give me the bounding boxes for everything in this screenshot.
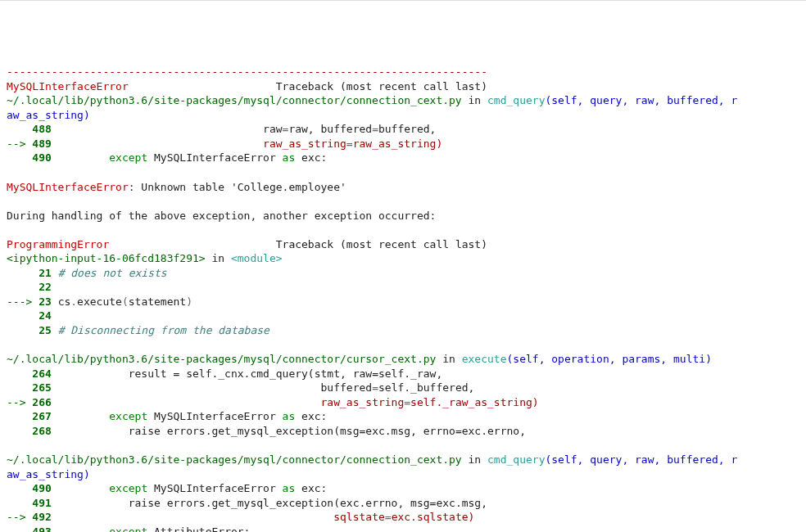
- traceback-label: Traceback (most recent call last): [276, 238, 487, 250]
- kw-as: as: [283, 151, 296, 164]
- func-args-cont: aw_as_string): [7, 468, 90, 480]
- code-text: raw_as_string: [321, 396, 405, 408]
- code-text: exc:: [301, 410, 327, 422]
- kw-as: as: [283, 482, 296, 494]
- func-args: (self, query, raw, buffered, r: [545, 453, 737, 466]
- code-text: exc:: [301, 151, 327, 164]
- lineno: 490: [32, 151, 51, 164]
- file-path: <ipython-input-16-06fcd183f291>: [7, 252, 206, 264]
- code-text: raise errors.get_mysql_exception(msg=exc…: [52, 425, 526, 437]
- kw-except: except: [109, 525, 147, 532]
- lineno: 25: [38, 324, 52, 336]
- lineno: 492: [32, 511, 51, 523]
- code-text: raw: [263, 123, 282, 135]
- lineno: 23: [38, 295, 52, 308]
- func-name: cmd_query: [487, 94, 545, 106]
- traceback-output: ----------------------------------------…: [7, 65, 799, 532]
- traceback-label: Traceback (most recent call last): [276, 80, 487, 92]
- code-text: execute: [77, 295, 122, 308]
- code-text: exc:: [301, 482, 327, 494]
- lineno: 493: [32, 525, 51, 532]
- code-text: self._raw_as_string): [410, 396, 539, 408]
- lineno: 265: [32, 381, 51, 394]
- code-text: raw_as_string: [263, 138, 346, 150]
- during-handling: During handling of the above exception, …: [7, 210, 436, 222]
- code-text: MySQLInterfaceError: [154, 482, 276, 494]
- current-line-arrow: -->: [7, 396, 32, 408]
- code-text: raise errors.get_mysql_exception(exc.err…: [52, 497, 487, 509]
- error-name: ProgrammingError: [7, 238, 109, 250]
- comment: # does not exists: [58, 267, 167, 279]
- lineno: 491: [32, 497, 51, 509]
- code-text: result = self._cnx.cmd_query(stmt, raw=s…: [52, 367, 442, 380]
- func-args: (self, query, raw, buffered, r: [545, 94, 737, 106]
- comment: # Disconnecting from the database: [58, 324, 269, 336]
- current-line-arrow: -->: [7, 511, 32, 523]
- file-path: ~/.local/lib/python3.6/site-packages/mys…: [7, 94, 462, 106]
- func-args-cont: aw_as_string): [7, 109, 90, 121]
- lineno: 267: [32, 410, 51, 422]
- code-text: raw, buffered: [288, 123, 372, 135]
- func-name: <module>: [231, 252, 283, 264]
- code-text: MySQLInterfaceError: [154, 151, 276, 164]
- lineno: 22: [38, 281, 52, 293]
- error-name: MySQLInterfaceError: [7, 181, 129, 193]
- code-text: self._buffered,: [378, 381, 474, 394]
- lineno: 21: [38, 267, 52, 279]
- code-text: buffered: [321, 381, 373, 394]
- kw-in: in: [211, 252, 224, 264]
- code-text: exc.sqlstate): [392, 511, 475, 523]
- error-message: : Unknown table 'College.employee': [129, 181, 346, 193]
- kw-in: in: [469, 94, 482, 106]
- lineno: 264: [32, 367, 51, 380]
- lineno: 24: [38, 309, 52, 322]
- code-text: buffered,: [378, 123, 436, 135]
- func-args: (self, operation, params, multi): [507, 353, 712, 365]
- lineno: 490: [32, 482, 51, 494]
- code-text: AttributeError:: [154, 525, 250, 532]
- current-line-arrow: --->: [7, 295, 38, 308]
- current-line-arrow: -->: [7, 138, 32, 150]
- file-path: ~/.local/lib/python3.6/site-packages/mys…: [7, 453, 462, 466]
- func-name: cmd_query: [487, 453, 545, 466]
- divider: ----------------------------------------…: [7, 65, 487, 78]
- func-name: execute: [462, 353, 507, 365]
- kw-as: as: [283, 410, 296, 422]
- lineno: 488: [32, 123, 51, 135]
- kw-except: except: [109, 151, 147, 164]
- error-name: MySQLInterfaceError: [7, 80, 129, 92]
- code-text: cs: [58, 295, 71, 308]
- file-path: ~/.local/lib/python3.6/site-packages/mys…: [7, 353, 436, 365]
- kw-except: except: [109, 482, 147, 494]
- kw-in: in: [442, 353, 455, 365]
- code-text: MySQLInterfaceError: [154, 410, 276, 422]
- code-text: raw_as_string): [353, 138, 443, 150]
- kw-except: except: [109, 410, 147, 422]
- lineno: 489: [32, 138, 51, 150]
- lineno: 268: [32, 425, 51, 437]
- lineno: 266: [32, 396, 51, 408]
- kw-in: in: [469, 453, 482, 466]
- code-text: statement: [129, 295, 186, 308]
- code-text: sqlstate: [333, 511, 385, 523]
